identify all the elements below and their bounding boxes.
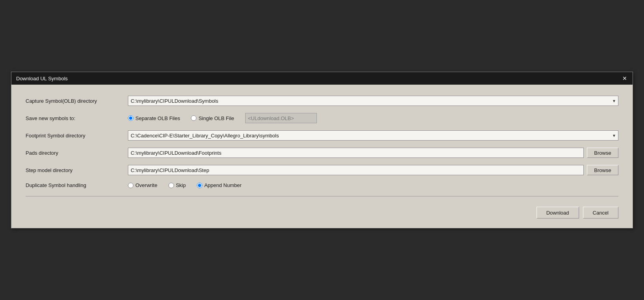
radio-overwrite-option[interactable]: Overwrite [128,182,157,188]
capture-symbol-select-wrapper: C:\mylibrary\CIPULDownload\Symbols ▼ [128,96,618,106]
duplicate-control: Overwrite Skip Append Number [128,182,618,188]
radio-single[interactable] [191,115,196,121]
radio-single-option[interactable]: Single OLB File [191,115,234,121]
radio-overwrite-label: Overwrite [135,182,157,188]
radio-single-label: Single OLB File [198,115,234,121]
dialog-title: Download UL Symbols [16,76,68,81]
pads-directory-row: Pads directory Browse [26,148,618,158]
capture-symbol-row: Capture Symbol(OLB) directory C:\mylibra… [26,96,618,106]
radio-append-label: Append Number [204,182,242,188]
capture-symbol-label: Capture Symbol(OLB) directory [26,98,128,104]
pads-browse-button[interactable]: Browse [587,148,618,158]
radio-skip[interactable] [168,183,174,188]
cancel-button[interactable]: Cancel [583,207,618,219]
step-model-row: Step model directory Browse [26,165,618,175]
close-button[interactable]: ✕ [622,76,628,81]
duplicate-row: Duplicate Symbol handling Overwrite Skip… [26,182,618,188]
radio-append[interactable] [197,183,202,188]
radio-separate[interactable] [128,115,133,121]
button-row: Download Cancel [26,203,618,219]
pads-directory-label: Pads directory [26,150,128,156]
footprint-symbol-row: Footprint Symbol directory C:\Cadence\CI… [26,130,618,141]
separator [26,196,618,196]
uldownload-input [245,113,317,123]
radio-skip-label: Skip [176,182,186,188]
dialog-window: Download UL Symbols ✕ Capture Symbol(OLB… [11,72,633,228]
radio-skip-option[interactable]: Skip [168,182,186,188]
capture-symbol-control: C:\mylibrary\CIPULDownload\Symbols ▼ [128,96,618,106]
step-browse-button[interactable]: Browse [587,165,618,175]
step-model-label: Step model directory [26,167,128,173]
dialog-body: Capture Symbol(OLB) directory C:\mylibra… [11,85,633,228]
download-button[interactable]: Download [537,207,579,219]
save-new-label: Save new symbols to: [26,115,128,121]
title-bar: Download UL Symbols ✕ [11,72,633,85]
radio-separate-option[interactable]: Separate OLB Files [128,115,180,121]
footprint-symbol-select[interactable]: C:\Cadence\CIP-E\Starter_Library_Copy\Al… [128,130,618,141]
capture-symbol-select[interactable]: C:\mylibrary\CIPULDownload\Symbols [128,96,618,106]
radio-overwrite[interactable] [128,183,133,188]
radio-separate-label: Separate OLB Files [135,115,180,121]
footprint-symbol-control: C:\Cadence\CIP-E\Starter_Library_Copy\Al… [128,130,618,141]
step-model-control: Browse [128,165,618,175]
footprint-symbol-select-wrapper: C:\Cadence\CIP-E\Starter_Library_Copy\Al… [128,130,618,141]
pads-directory-input[interactable] [128,148,584,158]
pads-directory-control: Browse [128,148,618,158]
footprint-symbol-label: Footprint Symbol directory [26,133,128,139]
step-model-input[interactable] [128,165,584,175]
radio-append-option[interactable]: Append Number [197,182,242,188]
save-new-row: Save new symbols to: Separate OLB Files … [26,113,618,123]
duplicate-label: Duplicate Symbol handling [26,182,128,188]
save-new-control: Separate OLB Files Single OLB File [128,113,618,123]
